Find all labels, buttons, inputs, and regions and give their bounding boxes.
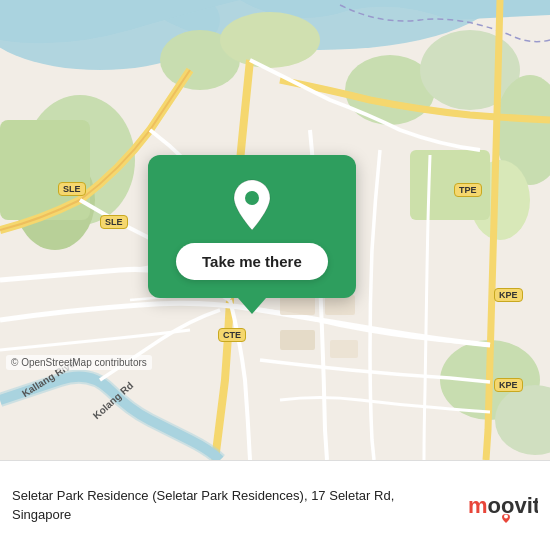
highway-badge-kpe1: KPE (494, 288, 523, 302)
highway-badge-sle2: SLE (100, 215, 128, 229)
info-text: Seletar Park Residence (Seletar Park Res… (12, 487, 456, 523)
highway-badge-cte2: CTE (218, 328, 246, 342)
map-container: SLE SLE CTE CTE TPE KPE KPE Kallang Rive… (0, 0, 550, 460)
svg-point-21 (245, 191, 259, 205)
highway-badge-tpe: TPE (454, 183, 482, 197)
moovit-logo-svg: moovit (466, 487, 538, 525)
moovit-logo: moovit (466, 487, 538, 525)
location-pin-icon (228, 177, 276, 233)
take-me-there-button[interactable]: Take me there (176, 243, 328, 280)
svg-point-7 (220, 12, 320, 68)
highway-badge-kpe2: KPE (494, 378, 523, 392)
popup-box: Take me there (148, 155, 356, 298)
svg-text:moovit: moovit (468, 493, 538, 518)
svg-rect-18 (330, 340, 358, 358)
copyright-text: © OpenStreetMap contributors (6, 355, 152, 370)
svg-rect-17 (280, 330, 315, 350)
info-title: Seletar Park Residence (Seletar Park Res… (12, 487, 456, 523)
info-title-text: Seletar Park Residence (Seletar Park Res… (12, 488, 394, 521)
popup-triangle (238, 298, 266, 314)
location-popup: Take me there (148, 155, 356, 314)
highway-badge-sle1: SLE (58, 182, 86, 196)
info-bar: Seletar Park Residence (Seletar Park Res… (0, 460, 550, 550)
svg-point-23 (504, 514, 508, 518)
